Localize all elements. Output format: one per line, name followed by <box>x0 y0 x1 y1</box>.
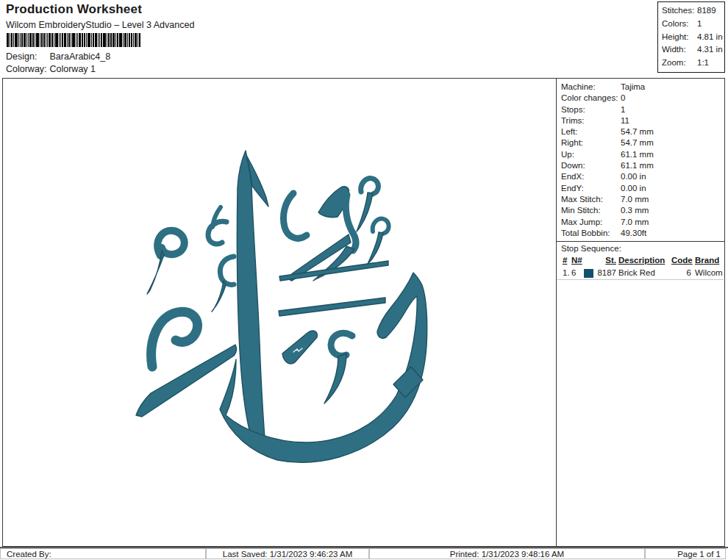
machine-value: 49.30ft <box>621 228 646 239</box>
created-by-field: Created By: <box>0 548 206 559</box>
machine-value: 0.00 in <box>621 171 646 182</box>
colorway-value: Colorway 1 <box>49 64 96 74</box>
stat-value: 8189 <box>697 4 716 18</box>
machine-info-rows: Machine:Tajima Color changes:0 Stops:1 T… <box>557 79 724 239</box>
machine-label: Total Bobbin: <box>561 228 610 239</box>
colorway-row: Colorway: Colorway 1 <box>6 64 96 74</box>
calligraphy-hook-head <box>331 333 352 356</box>
footer-bar: Created By: Last Saved: 1/31/2023 9:46:2… <box>0 547 728 560</box>
calligraphy-curl-upper-tail <box>357 193 373 231</box>
stop-sequence-header: # N# St. Description Code Brand <box>557 254 724 267</box>
col-number: # <box>563 254 567 267</box>
calligraphy-curl-upper <box>361 179 379 194</box>
calligraphy-meem-blob <box>282 331 317 364</box>
machine-label: Up: <box>561 149 574 160</box>
stat-label: Width: <box>662 43 686 57</box>
machine-label: Machine: <box>561 82 596 93</box>
stop-sequence-end-line <box>557 279 724 280</box>
stat-value: 1 <box>697 18 702 31</box>
machine-info-panel: Machine:Tajima Color changes:0 Stops:1 T… <box>556 79 724 546</box>
machine-value: 1 <box>621 104 625 115</box>
printed-field: Printed: 1/31/2023 9:48:16 AM <box>369 548 645 559</box>
stat-value: 1:1 <box>697 57 709 70</box>
calligraphy-curl-lower-tail <box>368 232 383 264</box>
machine-label: Right: <box>561 137 583 148</box>
machine-label: Trims: <box>561 115 585 126</box>
stat-label: Height: <box>662 31 688 44</box>
machine-value: 0.00 in <box>621 183 646 194</box>
col-needle: N# <box>571 254 582 267</box>
calligraphy-crescent-head <box>220 256 234 284</box>
stat-label: Stitches: <box>662 4 694 18</box>
machine-value: 7.0 mm <box>621 194 649 205</box>
stat-value: 4.31 in <box>697 43 723 57</box>
seq-description: Brick Red <box>618 267 655 279</box>
design-stats-box: Stitches:8189 Colors:1 Height:4.81 in Wi… <box>657 1 725 73</box>
embroidery-design-preview <box>126 140 449 478</box>
stat-label: Colors: <box>662 18 688 31</box>
page-number-field: Page 1 of 1 <box>645 548 726 559</box>
seq-stitches: 8187 <box>590 267 616 279</box>
page-title: Production Worksheet <box>6 2 142 17</box>
machine-value: 7.0 mm <box>621 217 649 228</box>
col-description: Description <box>618 254 665 267</box>
calligraphy-crescent-tail <box>212 281 226 312</box>
machine-value: 11 <box>621 115 629 126</box>
machine-label: EndX: <box>561 171 584 182</box>
colorway-label: Colorway: <box>6 64 47 74</box>
calligraphy-kashida-line-2 <box>279 298 385 316</box>
machine-label: Down: <box>561 160 585 171</box>
machine-label: Color changes: <box>561 93 618 104</box>
machine-value: 61.1 mm <box>621 149 654 160</box>
machine-value: 61.1 mm <box>621 160 654 171</box>
machine-value: 0 <box>621 93 625 104</box>
design-label: Design: <box>6 51 47 62</box>
calligraphy-hook-tail <box>324 353 346 403</box>
machine-label: Stops: <box>561 104 585 115</box>
col-stitches: St. <box>590 254 616 267</box>
machine-value: 0.3 mm <box>621 205 649 216</box>
production-worksheet-page: Production Worksheet Wilcom EmbroiderySt… <box>0 0 728 560</box>
calligraphy-center-curve <box>284 193 307 238</box>
machine-value: 54.7 mm <box>621 126 654 137</box>
machine-label: Max Stitch: <box>561 194 603 205</box>
col-brand: Brand <box>695 254 719 267</box>
design-barcode <box>7 33 140 47</box>
calligraphy-ain-head <box>151 312 198 367</box>
stop-sequence-title: Stop Sequence: <box>557 242 724 254</box>
seq-code: 6 <box>671 267 691 279</box>
stop-sequence-row: 1. 6 8187 Brick Red 6 Wilcom <box>557 267 724 279</box>
stat-label: Zoom: <box>662 57 686 70</box>
machine-label: Left: <box>561 126 577 137</box>
machine-label: Max Jump: <box>561 217 602 228</box>
machine-label: Min Stitch: <box>561 205 601 216</box>
machine-value: Tajima <box>621 82 645 93</box>
machine-label: EndY: <box>561 183 584 194</box>
seq-needle: 6 <box>571 267 576 279</box>
calligraphy-curl-lower <box>373 219 389 234</box>
design-preview-area: Machine:Tajima Color changes:0 Stops:1 T… <box>2 78 725 547</box>
design-value: BaraArabic4_8 <box>49 51 110 62</box>
software-name: Wilcom EmbroideryStudio – Level 3 Advanc… <box>6 20 194 30</box>
col-code: Code <box>671 254 693 267</box>
last-saved-field: Last Saved: 1/31/2023 9:46:23 AM <box>206 548 369 559</box>
calligraphy-hamza-curl <box>208 221 226 244</box>
stat-value: 4.81 in <box>697 31 723 44</box>
machine-value: 54.7 mm <box>621 137 654 148</box>
calligraphy-topleft-curl-tail <box>147 251 164 294</box>
seq-brand: Wilcom <box>695 267 723 279</box>
design-name-row: Design: BaraArabic4_8 <box>6 51 110 62</box>
seq-number: 1. <box>563 267 570 279</box>
